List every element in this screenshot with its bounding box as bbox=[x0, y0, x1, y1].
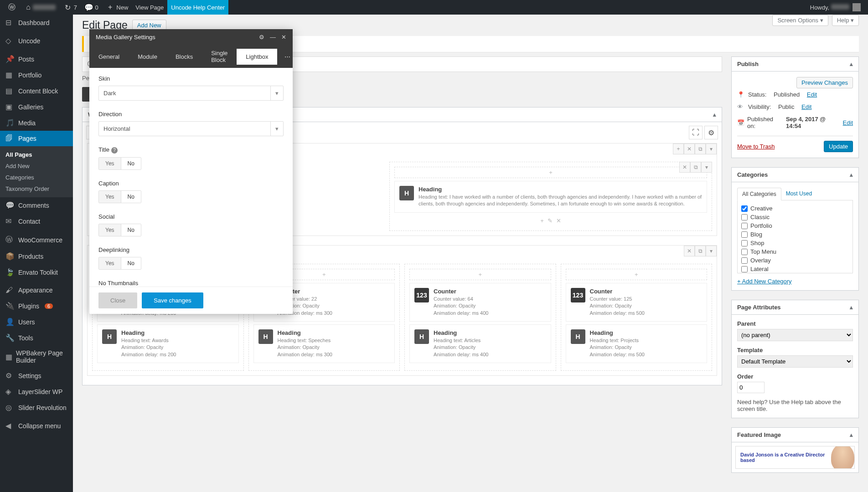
el-add-icon[interactable]: + bbox=[540, 217, 544, 224]
sidebar-item-users[interactable]: 👤Users bbox=[0, 314, 73, 330]
comments-bubble[interactable]: 💬 0 bbox=[81, 0, 102, 15]
heading-element[interactable]: H HeadingHeading text: ArticlesAnimation… bbox=[409, 324, 551, 363]
sidebar-item-comments[interactable]: 💬Comments bbox=[0, 197, 73, 213]
category-blog[interactable]: Blog bbox=[741, 230, 849, 239]
trash-link[interactable]: Move to Trash bbox=[737, 143, 775, 150]
sidebar-item-content-block[interactable]: ▤Content Block bbox=[0, 83, 73, 99]
sidebar-sub-all-pages[interactable]: All Pages bbox=[0, 149, 73, 160]
sidebar-sub-add-new[interactable]: Add New bbox=[0, 160, 73, 172]
wp-logo[interactable]: ⓦ bbox=[4, 0, 20, 15]
category-overlay[interactable]: Overlay bbox=[741, 256, 849, 265]
col-close-icon[interactable]: ✕ bbox=[679, 162, 690, 173]
pb-settings-button[interactable]: ⚙ bbox=[704, 126, 718, 139]
column-add-button[interactable]: + bbox=[409, 269, 551, 280]
category-checkbox[interactable] bbox=[741, 249, 748, 255]
update-button[interactable]: Update bbox=[824, 141, 853, 152]
sidebar-item-plugins[interactable]: 🔌Plugins6 bbox=[0, 298, 73, 314]
pb-fullscreen-button[interactable]: ⛶ bbox=[689, 126, 703, 139]
modal-gear-icon[interactable]: ⚙ bbox=[259, 34, 264, 41]
parent-select[interactable]: (no parent) bbox=[737, 329, 853, 341]
modal-minimize-icon[interactable]: — bbox=[270, 34, 276, 41]
row-dup-icon[interactable]: ⧉ bbox=[695, 144, 706, 154]
modal-close-icon[interactable]: ✕ bbox=[281, 34, 286, 41]
feat-toggle[interactable]: ▴ bbox=[850, 431, 853, 438]
skin-select[interactable]: Dark ▾ bbox=[98, 86, 284, 101]
sidebar-item-dashboard[interactable]: ⊟Dashboard bbox=[0, 15, 73, 31]
category-shop[interactable]: Shop bbox=[741, 239, 849, 247]
modal-close-button[interactable]: Close bbox=[98, 292, 137, 308]
col-dup-icon[interactable]: ⧉ bbox=[690, 162, 701, 173]
cat-toggle[interactable]: ▴ bbox=[850, 171, 853, 178]
category-portfolio[interactable]: Portfolio bbox=[741, 221, 849, 230]
howdy-label[interactable]: Howdy, bbox=[810, 4, 849, 11]
help-center-link[interactable]: Uncode Help Center bbox=[167, 0, 228, 15]
sidebar-item-portfolio[interactable]: ▦Portfolio bbox=[0, 67, 73, 83]
row-close-icon[interactable]: ✕ bbox=[684, 144, 695, 154]
cat-tab-all[interactable]: All Categories bbox=[737, 188, 781, 200]
modal-tab-lightbox[interactable]: Lightbox bbox=[237, 49, 277, 65]
avatar[interactable] bbox=[852, 3, 861, 11]
category-top-menu[interactable]: Top Menu bbox=[741, 247, 849, 256]
cat-tab-used[interactable]: Most Used bbox=[781, 188, 816, 200]
col-down-icon[interactable]: ▾ bbox=[701, 162, 712, 173]
sidebar-item-media[interactable]: 🎵Media bbox=[0, 115, 73, 131]
sidebar-item-galleries[interactable]: ▣Galleries bbox=[0, 99, 73, 115]
sidebar-collapse[interactable]: ◀Collapse menu bbox=[0, 418, 73, 434]
caption-yes-button[interactable]: Yes bbox=[99, 191, 121, 203]
status-edit-link[interactable]: Edit bbox=[807, 91, 817, 98]
row-add-icon[interactable]: + bbox=[673, 144, 684, 154]
title-no-button[interactable]: No bbox=[121, 158, 141, 169]
panel-toggle[interactable]: ▴ bbox=[713, 111, 716, 118]
sidebar-item-wpbakery[interactable]: ▦WPBakery Page Builder bbox=[0, 346, 73, 368]
category-checkbox[interactable] bbox=[741, 205, 748, 212]
category-checkbox[interactable] bbox=[741, 214, 748, 220]
sidebar-item-envato[interactable]: 🍃Envato Toolkit bbox=[0, 264, 73, 280]
order-input[interactable] bbox=[737, 382, 765, 393]
visibility-edit-link[interactable]: Edit bbox=[801, 103, 811, 110]
category-classic[interactable]: Classic bbox=[741, 213, 849, 221]
view-page-link[interactable]: View Page bbox=[132, 0, 167, 15]
heading-element[interactable]: H HeadingHeading text: ProjectsAnimation… bbox=[566, 324, 708, 363]
screen-options-button[interactable]: Screen Options ▾ bbox=[772, 15, 828, 26]
category-creative[interactable]: Creative bbox=[741, 204, 849, 213]
sidebar-item-tools[interactable]: 🔧Tools bbox=[0, 330, 73, 346]
caption-no-button[interactable]: No bbox=[121, 191, 141, 203]
sidebar-sub-categories[interactable]: Categories bbox=[0, 172, 73, 183]
social-yes-button[interactable]: Yes bbox=[99, 224, 121, 236]
direction-select[interactable]: Horizontal ▾ bbox=[98, 121, 284, 136]
sidebar-item-slider-rev[interactable]: ◎Slider Revolution bbox=[0, 400, 73, 415]
modal-tab-module[interactable]: Module bbox=[129, 49, 166, 65]
site-home[interactable]: ⌂ bbox=[20, 0, 59, 15]
deeplinking-no-button[interactable]: No bbox=[121, 257, 141, 269]
updates[interactable]: ↻ 7 bbox=[59, 0, 81, 15]
sidebar-item-layerslider[interactable]: ◈LayerSlider WP bbox=[0, 384, 73, 400]
category-lateral[interactable]: Lateral bbox=[741, 265, 849, 273]
sidebar-item-appearance[interactable]: 🖌Appearance bbox=[0, 282, 73, 298]
counter-element[interactable]: 123 CounterCounter value: 125Animation: … bbox=[566, 283, 708, 322]
modal-more-icon[interactable]: ⋯ bbox=[277, 49, 299, 65]
category-checkbox[interactable] bbox=[741, 266, 748, 272]
social-no-button[interactable]: No bbox=[121, 224, 141, 236]
modal-tab-single-block[interactable]: Single Block bbox=[202, 45, 237, 68]
sidebar-item-contact[interactable]: ✉Contact bbox=[0, 213, 73, 229]
template-select[interactable]: Default Template bbox=[737, 355, 853, 368]
deeplinking-yes-button[interactable]: Yes bbox=[99, 257, 121, 269]
help-icon[interactable]: ? bbox=[111, 147, 118, 154]
add-category-link[interactable]: + Add New Category bbox=[737, 278, 792, 285]
modal-tab-general[interactable]: General bbox=[89, 49, 129, 65]
sidebar-item-woocommerce[interactable]: ⓌWooCommerce bbox=[0, 231, 73, 248]
sidebar-item-uncode[interactable]: ◇Uncode bbox=[0, 33, 73, 49]
date-edit-link[interactable]: Edit bbox=[843, 119, 853, 126]
preview-changes-button[interactable]: Preview Changes bbox=[796, 77, 853, 88]
help-button[interactable]: Help ▾ bbox=[832, 15, 859, 26]
sidebar-sub-taxonomy[interactable]: Taxonomy Order bbox=[0, 183, 73, 195]
heading-element[interactable]: H HeadingHeading text: SpeechesAnimation… bbox=[253, 324, 395, 363]
column-add-button[interactable]: + bbox=[566, 269, 708, 280]
row-down-icon[interactable]: ▾ bbox=[706, 144, 717, 154]
sidebar-item-posts[interactable]: 📌Posts bbox=[0, 51, 73, 67]
modal-tab-blocks[interactable]: Blocks bbox=[166, 49, 202, 65]
category-checkbox[interactable] bbox=[741, 257, 748, 264]
heading-element[interactable]: H Heading Heading text: I have worked wi… bbox=[394, 181, 707, 213]
category-checkbox[interactable] bbox=[741, 231, 748, 238]
featured-image-thumb[interactable]: David Jonson is a Creative Director base… bbox=[735, 446, 855, 469]
